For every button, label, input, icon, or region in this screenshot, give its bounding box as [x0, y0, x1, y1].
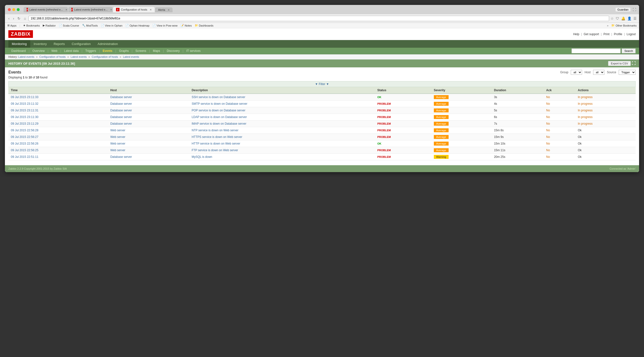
browser-tab-4[interactable]: Alerta ✕	[155, 8, 172, 12]
minimize-dot[interactable]	[12, 8, 15, 11]
host-link[interactable]: Web server	[110, 142, 125, 145]
tab-close-4[interactable]: ✕	[168, 8, 170, 11]
breadcrumb-latest-events-3[interactable]: Latest events	[123, 55, 139, 58]
subnav-triggers[interactable]: Triggers	[82, 48, 99, 54]
subnav-itservices[interactable]: IT services	[183, 48, 204, 54]
subnav-maps[interactable]: Maps	[150, 48, 163, 54]
ack-link[interactable]: No	[546, 96, 550, 99]
host-link[interactable]: Database server	[110, 122, 132, 126]
time-link[interactable]: 09 Jul 2015 23:11:31	[11, 109, 38, 112]
time-link[interactable]: 09 Jul 2015 23:11:32	[11, 102, 38, 106]
description-link[interactable]: SSH service is down on Database server	[192, 96, 245, 99]
time-link[interactable]: 09 Jul 2015 22:56:27	[11, 135, 38, 139]
subnav-dashboard[interactable]: Dashboard	[8, 48, 29, 54]
export-csv-button[interactable]: Export to CSV	[608, 61, 631, 66]
ack-link[interactable]: No	[546, 155, 550, 158]
ack-link[interactable]: No	[546, 128, 550, 132]
time-link[interactable]: 09 Jul 2015 22:56:26	[11, 142, 38, 145]
nav-monitoring[interactable]: Monitoring	[8, 40, 30, 48]
description-link[interactable]: HTTP service is down on Web server	[192, 142, 240, 145]
group-select[interactable]: all	[571, 70, 582, 75]
bm-ophan-heatmap[interactable]: 📄 Ophan Heatmap	[125, 24, 150, 27]
time-link[interactable]: 09 Jul 2015 23:11:33	[11, 96, 38, 99]
host-link[interactable]: Database server	[110, 96, 132, 99]
breadcrumb-config-hosts-2[interactable]: Configuration of hosts	[92, 55, 118, 58]
bm-modtools[interactable]: 🔧 ModTools	[82, 24, 98, 27]
print-link[interactable]: Print	[604, 32, 610, 36]
ack-link[interactable]: No	[546, 122, 550, 126]
maximize-dot[interactable]	[17, 8, 20, 11]
address-bar[interactable]	[28, 16, 609, 21]
subnav-graphs[interactable]: Graphs	[116, 48, 132, 54]
bm-bookmarks[interactable]: ★ Bookmarks	[23, 24, 40, 27]
bm-pow-wow[interactable]: 📄 View in Pow-wow	[152, 24, 178, 27]
ack-link[interactable]: No	[546, 142, 550, 145]
bm-notes[interactable]: 📝 Notes	[180, 24, 192, 27]
subnav-discovery[interactable]: Discovery	[164, 48, 183, 54]
description-link[interactable]: SMTP service is down on Database server	[192, 102, 248, 106]
search-input[interactable]	[572, 48, 621, 53]
nav-administration[interactable]: Administration	[94, 40, 121, 48]
help-link[interactable]: Help	[573, 32, 579, 36]
description-link[interactable]: IMAP service is down on Database server	[192, 122, 246, 126]
bm-scala[interactable]: 📄 Scala Course	[59, 24, 79, 27]
guardian-button[interactable]: Guardian	[615, 8, 631, 12]
description-link[interactable]: HTTPS service is down on Web server	[192, 135, 242, 139]
description-link[interactable]: LDAP service is down on Database server	[192, 115, 247, 119]
filter-bar[interactable]: ▼ Filter ▼	[8, 81, 636, 87]
forward-button[interactable]: ›	[12, 16, 15, 21]
ack-link[interactable]: No	[546, 102, 550, 106]
source-select[interactable]: Trigger	[619, 70, 636, 75]
time-link[interactable]: 09 Jul 2015 22:56:25	[11, 148, 38, 152]
time-link[interactable]: 09 Jul 2015 22:56:28	[11, 128, 38, 132]
close-dot[interactable]	[8, 8, 11, 11]
host-link[interactable]: Database server	[110, 102, 132, 106]
bookmark-star-icon[interactable]: ☆	[610, 16, 614, 20]
bm-other[interactable]: 📁 Other Bookmarks	[611, 24, 637, 27]
profile-link[interactable]: Profile	[614, 32, 622, 36]
ack-link[interactable]: No	[546, 109, 550, 112]
bm-radiator[interactable]: ▶ Radiator	[43, 24, 56, 27]
host-link[interactable]: Web server	[110, 135, 125, 139]
host-link[interactable]: Web server	[110, 128, 125, 132]
bm-ophan[interactable]: 📄 View in Ophan	[101, 24, 122, 27]
subnav-latestdata[interactable]: Latest data	[61, 48, 82, 54]
description-link[interactable]: NTP service is down on Web server	[192, 128, 238, 132]
nav-inventory[interactable]: Inventory	[30, 40, 50, 48]
bm-apps[interactable]: ⊞ Apps	[7, 24, 16, 27]
subnav-overview[interactable]: Overview	[30, 48, 48, 54]
host-link[interactable]: Database server	[110, 155, 132, 158]
time-link[interactable]: 09 Jul 2015 22:51:11	[11, 155, 38, 158]
browser-tab-3[interactable]: Z Configuration of hosts ✕	[113, 7, 154, 12]
host-link[interactable]: Database server	[110, 109, 132, 112]
maximize-icon[interactable]: ⛶	[633, 8, 636, 12]
tab-close-2[interactable]: ✕	[110, 8, 112, 11]
browser-tab-2[interactable]: Z Latest events [refreshed e... ✕	[68, 7, 112, 12]
subnav-events[interactable]: Events	[100, 48, 115, 54]
fullscreen-icon[interactable]: ⛶	[632, 61, 636, 66]
subnav-screens[interactable]: Screens	[132, 48, 149, 54]
time-link[interactable]: 09 Jul 2015 23:11:30	[11, 115, 38, 119]
tab-close-1[interactable]: ✕	[66, 8, 67, 11]
nav-reports[interactable]: Reports	[50, 40, 68, 48]
description-link[interactable]: POP service is down on Database server	[192, 109, 246, 112]
ack-link[interactable]: No	[546, 135, 550, 139]
tab-close-3[interactable]: ✕	[150, 8, 152, 11]
time-link[interactable]: 09 Jul 2015 23:11:29	[11, 122, 38, 126]
back-button[interactable]: ‹	[7, 16, 10, 21]
description-link[interactable]: FTP service is down on Web server	[192, 148, 238, 152]
subnav-web[interactable]: Web	[48, 48, 60, 54]
menu-icon[interactable]: ☰	[634, 16, 637, 20]
ack-link[interactable]: No	[546, 115, 550, 119]
home-button[interactable]: ⌂	[23, 16, 27, 21]
browser-tab-1[interactable]: Z Latest events [refreshed e... ✕	[24, 7, 68, 12]
host-select[interactable]: all	[593, 70, 604, 75]
nav-configuration[interactable]: Configuration	[68, 40, 94, 48]
get-support-link[interactable]: Get support	[584, 32, 599, 36]
ack-link[interactable]: No	[546, 148, 550, 152]
description-link[interactable]: MySQL is down	[192, 155, 212, 158]
breadcrumb-latest-events-2[interactable]: Latest events	[70, 55, 86, 58]
search-button[interactable]: Search	[622, 48, 636, 53]
breadcrumb-latest-events-1[interactable]: Latest events	[18, 55, 34, 58]
host-link[interactable]: Database server	[110, 115, 132, 119]
